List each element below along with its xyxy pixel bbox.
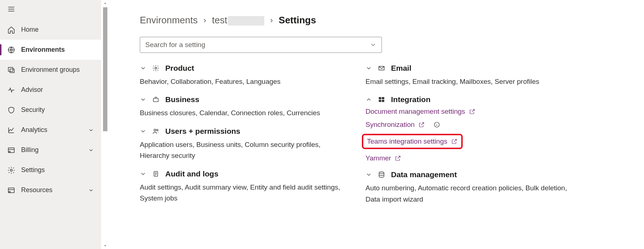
- open-external-icon: [418, 121, 425, 128]
- settings-search-combobox[interactable]: Search for a setting: [140, 37, 382, 53]
- svg-rect-15: [382, 97, 384, 100]
- database-icon: [378, 171, 385, 178]
- nav-list: Home Environments Environment groups Adv…: [0, 20, 101, 200]
- open-external-icon: [451, 138, 458, 145]
- sidebar-item-environment-groups[interactable]: Environment groups: [0, 60, 101, 80]
- integration-links: Document management settings Synchroniza…: [366, 108, 569, 162]
- sidebar-item-settings[interactable]: Settings: [0, 160, 101, 180]
- section-title: Business: [165, 95, 199, 104]
- info-icon[interactable]: [434, 121, 440, 128]
- settings-right-column: Email Email settings, Email tracking, Ma…: [366, 64, 569, 213]
- chevron-down-icon: [366, 65, 372, 71]
- section-product: Product Behavior, Collaboration, Feature…: [140, 64, 344, 87]
- section-title: Product: [165, 64, 194, 73]
- sidebar-item-label: Resources: [21, 186, 52, 194]
- windows-icon: [378, 96, 385, 103]
- svg-rect-9: [153, 98, 158, 102]
- section-title: Integration: [391, 95, 431, 104]
- scroll-up-arrow-icon[interactable]: [101, 0, 109, 7]
- section-header-audit[interactable]: Audit and logs: [140, 170, 344, 178]
- globe-icon: [7, 46, 15, 54]
- svg-rect-13: [379, 66, 384, 70]
- clipboard-icon: [152, 170, 159, 178]
- open-external-icon: [395, 155, 401, 162]
- chevron-down-icon: [140, 171, 146, 177]
- sidebar-item-security[interactable]: Security: [0, 100, 101, 120]
- sidebar-item-label: Analytics: [21, 126, 47, 134]
- scrollbar-thumb[interactable]: [103, 7, 107, 131]
- section-header-users[interactable]: Users + permissions: [140, 127, 344, 136]
- section-header-integration[interactable]: Integration: [366, 95, 569, 104]
- chevron-down-icon: [140, 128, 146, 135]
- section-title: Users + permissions: [165, 127, 240, 136]
- link-label: Teams integration settings: [367, 137, 447, 145]
- chevron-down-icon: [370, 42, 376, 48]
- breadcrumb-current: Settings: [279, 15, 316, 26]
- svg-point-7: [9, 191, 11, 192]
- breadcrumb-environment[interactable]: test: [212, 15, 264, 26]
- search-placeholder: Search for a setting: [145, 41, 205, 49]
- sidebar-item-advisor[interactable]: Advisor: [0, 80, 101, 100]
- section-header-data-management[interactable]: Data management: [366, 170, 569, 179]
- link-synchronization[interactable]: Synchronization: [366, 121, 569, 129]
- svg-rect-16: [379, 100, 382, 102]
- section-subtext: Auto numbering, Automatic record creatio…: [366, 183, 569, 205]
- sidebar-item-analytics[interactable]: Analytics: [0, 120, 101, 140]
- sidebar-item-environments[interactable]: Environments: [0, 40, 101, 60]
- mail-icon: [378, 65, 385, 72]
- chart-icon: [7, 126, 15, 134]
- people-icon: [152, 128, 159, 135]
- env-groups-icon: [7, 66, 15, 74]
- sidebar-item-billing[interactable]: Billing: [0, 140, 101, 160]
- section-header-product[interactable]: Product: [140, 64, 344, 73]
- scroll-down-arrow-icon[interactable]: [101, 242, 109, 249]
- breadcrumb: Environments › test › Settings: [140, 15, 629, 26]
- section-header-email[interactable]: Email: [366, 64, 569, 73]
- main-content: Environments › test › Settings Search fo…: [109, 0, 644, 249]
- link-teams-integration-settings[interactable]: Teams integration settings: [362, 134, 463, 149]
- svg-rect-17: [382, 100, 384, 102]
- svg-rect-1: [8, 67, 13, 71]
- section-email: Email Email settings, Email tracking, Ma…: [366, 64, 569, 87]
- sidebar-item-resources[interactable]: Resources: [0, 180, 101, 200]
- link-label: Yammer: [366, 154, 391, 162]
- sidebar-item-label: Security: [21, 106, 45, 114]
- sidebar-item-home[interactable]: Home: [0, 20, 101, 40]
- link-label: Synchronization: [366, 121, 415, 129]
- section-subtext: Audit settings, Audit summary view, Enti…: [140, 182, 344, 204]
- svg-point-5: [10, 169, 12, 171]
- chevron-down-icon: [88, 187, 94, 193]
- sidebar-item-label: Environments: [21, 46, 65, 54]
- section-header-business[interactable]: Business: [140, 95, 344, 104]
- section-title: Audit and logs: [165, 170, 218, 178]
- section-subtext: Behavior, Collaboration, Features, Langu…: [140, 76, 344, 87]
- section-data-management: Data management Auto numbering, Automati…: [366, 170, 569, 205]
- section-subtext: Business closures, Calendar, Connection …: [140, 108, 344, 118]
- section-users-permissions: Users + permissions Application users, B…: [140, 127, 344, 162]
- open-external-icon: [469, 108, 475, 115]
- sidebar-item-label: Settings: [21, 166, 45, 174]
- home-icon: [7, 26, 15, 34]
- billing-icon: [7, 146, 15, 154]
- svg-point-11: [157, 129, 158, 131]
- pulse-icon: [7, 86, 15, 94]
- sidebar-item-label: Environment groups: [21, 66, 80, 74]
- link-label: Document management settings: [366, 108, 465, 116]
- link-yammer[interactable]: Yammer: [366, 154, 569, 162]
- svg-rect-14: [379, 97, 382, 100]
- hamburger-icon: [7, 5, 15, 13]
- section-subtext: Email settings, Email tracking, Mailboxe…: [366, 76, 569, 87]
- section-title: Email: [391, 64, 411, 73]
- breadcrumb-root[interactable]: Environments: [140, 15, 198, 26]
- sidebar-item-label: Advisor: [21, 86, 43, 94]
- link-document-management[interactable]: Document management settings: [366, 108, 569, 116]
- sidebar-scrollbar[interactable]: [101, 0, 109, 249]
- chevron-down-icon: [88, 147, 94, 153]
- hamburger-button[interactable]: [0, 0, 101, 18]
- section-business: Business Business closures, Calendar, Co…: [140, 95, 344, 118]
- resources-icon: [7, 186, 15, 194]
- shield-icon: [7, 106, 15, 114]
- svg-point-8: [155, 67, 157, 69]
- chevron-up-icon: [366, 96, 372, 103]
- redacted-text: [228, 16, 264, 26]
